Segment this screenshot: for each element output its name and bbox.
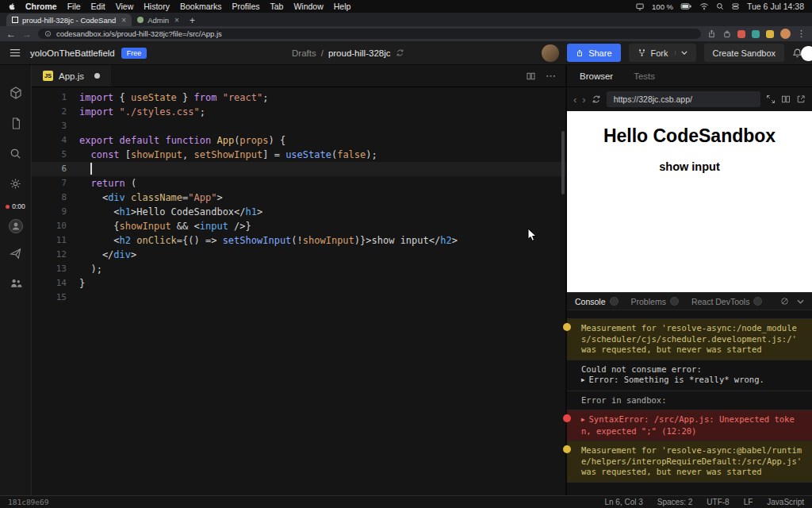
status-utf-8[interactable]: UTF-8 (707, 498, 729, 506)
url-bar[interactable]: codesandbox.io/s/proud-hill-328jc?file=/… (38, 29, 701, 39)
menu-item-tab[interactable]: Tab (270, 2, 283, 11)
clear-console-icon[interactable] (780, 297, 789, 306)
status-spaces-2[interactable]: Spaces: 2 (657, 498, 692, 506)
expand-arrow-icon[interactable]: ▶ (581, 375, 585, 386)
status-ln-6-col-3[interactable]: Ln 6, Col 3 (604, 498, 642, 506)
preview-show-input-button[interactable]: show input (659, 160, 720, 173)
code-line[interactable]: 13 ); (32, 262, 565, 276)
spotlight-search-icon[interactable] (716, 2, 724, 10)
breadcrumb-folder[interactable]: Drafts (292, 48, 316, 58)
menu-item-file[interactable]: File (67, 2, 81, 11)
menu-item-view[interactable]: View (116, 2, 134, 11)
menu-item-profiles[interactable]: Profiles (232, 2, 259, 11)
code-line[interactable]: 1import { useState } from "react"; (32, 90, 565, 105)
preview-split-icon[interactable] (781, 94, 791, 104)
browser-tab-admin[interactable]: Admin× (132, 13, 185, 26)
code-line[interactable]: 7 return ( (32, 176, 565, 190)
extensions-puzzle-icon[interactable] (722, 29, 731, 38)
fork-dropdown-icon[interactable] (675, 51, 688, 55)
code-line[interactable]: 4export default function App(props) { (32, 133, 565, 148)
live-users-icon[interactable] (0, 268, 31, 298)
editor-tab-appjs[interactable]: JS App.js (32, 65, 111, 87)
code-line[interactable]: 15 (32, 291, 565, 305)
create-sandbox-button[interactable]: Create Sandbox (704, 44, 785, 62)
menu-item-chrome[interactable]: Chrome (25, 2, 57, 11)
code-line[interactable]: 9 <h1>Hello CodeSandbox</h1> (32, 205, 565, 219)
console-panel: ConsoleProblemsReact DevTools Measuremen… (567, 292, 812, 495)
preview-resize-icon[interactable] (766, 94, 776, 104)
share-icon (576, 49, 584, 57)
code-line[interactable]: 14} (32, 276, 565, 291)
menu-item-history[interactable]: History (144, 2, 170, 11)
status-lf[interactable]: LF (744, 498, 753, 506)
console-message[interactable]: ▶SyntaxError: /src/App.js: Unexpected to… (581, 414, 804, 437)
battery-percentage: 100 % (652, 2, 673, 11)
extension-icon-teal[interactable] (752, 30, 760, 38)
code-editor[interactable]: 1import { useState } from "react";2impor… (32, 87, 565, 495)
code-line[interactable]: 8 <div className="App"> (32, 190, 565, 205)
file-explorer-icon[interactable] (0, 108, 31, 138)
search-icon[interactable] (0, 138, 31, 168)
editor-scrollbar[interactable] (561, 131, 565, 194)
display-icon[interactable] (635, 2, 645, 11)
browser-tabs: proud-hill-328jc - CodeSand×Admin× (6, 13, 185, 26)
tab-close-icon[interactable]: × (174, 16, 179, 25)
menu-item-window[interactable]: Window (293, 2, 323, 11)
recording-timer[interactable]: 0:00 (6, 198, 25, 214)
open-in-new-window-icon[interactable] (796, 94, 806, 104)
code-line[interactable]: 12 </div> (32, 248, 565, 262)
extension-icon-gold[interactable] (766, 30, 774, 38)
tab-tests[interactable]: Tests (634, 71, 655, 81)
console-tab-console[interactable]: Console (575, 297, 619, 306)
forward-button[interactable]: → (22, 29, 32, 39)
recorder-bubble-icon[interactable] (8, 214, 24, 238)
fork-button[interactable]: Fork (629, 44, 696, 62)
collapse-console-icon[interactable] (797, 299, 804, 304)
code-line[interactable]: 5 const [showInput, setShowInput] = useS… (32, 148, 565, 162)
breadcrumb-sandbox-name[interactable]: proud-hill-328jc (328, 48, 391, 58)
status-javascript[interactable]: JavaScript (767, 498, 804, 506)
share-button[interactable]: Share (567, 44, 620, 62)
tab-close-icon[interactable]: × (121, 16, 126, 25)
dependencies-box-icon[interactable] (0, 78, 31, 108)
share-page-icon[interactable] (707, 29, 716, 38)
console-tab-react-devtools[interactable]: React DevTools (691, 297, 763, 306)
preview-url-bar[interactable]: https://328jc.csb.app/ (607, 91, 760, 107)
settings-gear-icon[interactable] (0, 168, 31, 198)
menu-item-help[interactable]: Help (334, 2, 351, 11)
workspace-name[interactable]: yoloOnTheBattlefield (30, 48, 115, 58)
split-editor-icon[interactable] (526, 71, 536, 81)
editor-more-icon[interactable]: ⋯ (546, 71, 556, 81)
menu-item-edit[interactable]: Edit (91, 2, 105, 11)
sync-icon[interactable] (396, 48, 404, 57)
control-center-icon[interactable] (731, 2, 740, 10)
menu-item-bookmarks[interactable]: Bookmarks (180, 2, 222, 11)
deployment-rocket-icon[interactable] (0, 238, 31, 268)
back-button[interactable]: ← (6, 29, 16, 39)
console-tab-problems[interactable]: Problems (631, 297, 679, 306)
extension-icon-red[interactable] (737, 30, 745, 38)
new-tab-button[interactable]: + (190, 16, 195, 25)
site-info-icon[interactable] (44, 30, 52, 37)
preview-back-icon[interactable]: ‹ (573, 94, 576, 105)
tab-browser[interactable]: Browser (580, 71, 613, 81)
code-line[interactable]: 10 {showInput && <input />} (32, 219, 565, 233)
code-line[interactable]: 3 (32, 119, 565, 133)
warning-badge-icon (563, 445, 571, 453)
wifi-icon[interactable] (699, 2, 709, 10)
user-avatar[interactable] (542, 44, 559, 62)
hamburger-menu-icon[interactable] (10, 48, 21, 57)
code-line[interactable]: 6 (32, 162, 565, 176)
menubar-clock[interactable]: Tue 6 Jul 14:38 (747, 2, 804, 11)
expand-arrow-icon[interactable]: ▶ (581, 414, 585, 425)
code-line[interactable]: 2import "./styles.css"; (32, 105, 565, 119)
chat-bubble-button[interactable] (801, 46, 812, 61)
preview-refresh-icon[interactable] (592, 94, 601, 104)
browser-tab-proud-hill-328jc-codesand[interactable]: proud-hill-328jc - CodeSand× (6, 13, 132, 26)
browser-profile-avatar[interactable] (780, 29, 791, 39)
browser-menu-icon[interactable]: ⋮ (797, 29, 806, 39)
apple-menu-icon[interactable] (8, 2, 16, 11)
code-line[interactable]: 11 <h2 onClick={() => setShowInput(!show… (32, 233, 565, 248)
preview-forward-icon[interactable]: › (582, 94, 585, 105)
console-message[interactable]: ▶Error: Something is *really* wrong. (581, 375, 804, 387)
